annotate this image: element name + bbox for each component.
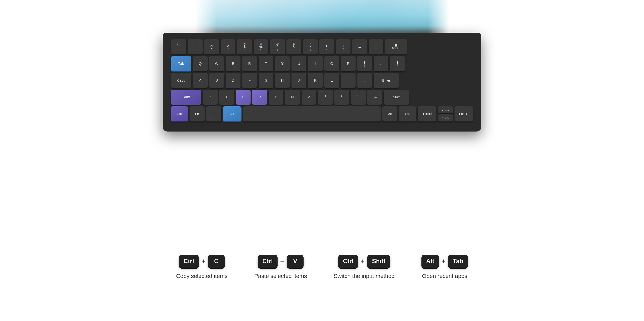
key-2[interactable]: ✶ @ 2 [204,39,219,54]
key-g[interactable]: G [258,73,273,88]
key-period[interactable]: > . [334,90,349,105]
shortcut-recent-apps: Alt + Tab Open recent apps [422,255,468,279]
key-ctrl-left[interactable]: Ctrl [171,106,188,121]
keyboard: Esc ~ ✶ ! 1 ✶ @ 2 # 3 🔇 $ 4 🔉 % 5 🔊 [163,33,481,131]
key-6[interactable]: 🔊 ^ 6 [270,39,285,54]
shortcut-copy-keys: Ctrl + C [179,255,225,268]
switch-input-label: Switch the input method [334,273,394,279]
key-0[interactable]: ) 0 [336,39,350,54]
key-pgdn[interactable]: ▼ PgDn [438,114,453,121]
shortcut-v-key: V [287,255,304,268]
key-minus[interactable]: _ − [352,39,367,54]
shortcut-paste: Ctrl + V Paste selected items [254,255,307,279]
tablet-screen-top [163,0,481,37]
shortcut-recent-keys: Alt + Tab [422,255,468,268]
shortcut-switch-keys: Ctrl + Shift [338,255,390,268]
key-y[interactable]: Y [275,56,290,71]
key-esc[interactable]: Esc ~ [171,39,186,54]
paste-label: Paste selected items [254,273,307,279]
key-shift-left[interactable]: Shift [171,90,201,105]
key-i[interactable]: I [308,56,323,71]
left-pillar [163,0,216,37]
key-quote[interactable]: " ' [357,73,372,88]
key-k[interactable]: K [308,73,323,88]
key-shift-right[interactable]: Shift [384,90,409,105]
keyboard-row-1: Esc ~ ✶ ! 1 ✶ @ 2 # 3 🔇 $ 4 🔉 % 5 🔊 [171,39,473,54]
keyboard-row-5: Ctrl Fn ⊞ Alt Alt Ctrl ◄ Home ▲ PgUp [171,106,473,121]
key-v[interactable]: V [252,90,267,105]
key-ctrl-right[interactable]: Ctrl [399,106,416,121]
shortcuts-section: Ctrl + C Copy selected items Ctrl + V Pa… [0,255,644,279]
key-h[interactable]: H [275,73,290,88]
shortcut-shift-key: Shift [367,255,390,268]
key-p[interactable]: P [341,56,356,71]
key-o[interactable]: O [324,56,339,71]
key-w[interactable]: W [209,56,224,71]
key-fn2[interactable]: ((·)) [367,90,382,105]
plus-sign-1: + [202,258,205,265]
copy-label: Copy selected items [176,273,228,279]
keyboard-row-3: Caps A S D F G H J K L : ; " ' Enter [171,73,473,88]
key-a[interactable]: A [193,73,208,88]
keyboard-row-4: Shift Z X C V B N M < , > . ? / ((·)) Sh… [171,90,473,105]
shortcut-switch-input: Ctrl + Shift Switch the input method [334,255,394,279]
key-semicolon[interactable]: : ; [341,73,356,88]
key-comma[interactable]: < , [318,90,333,105]
key-bracket-left[interactable]: { [ [357,56,372,71]
shortcut-paste-keys: Ctrl + V [258,255,304,268]
recent-apps-label: Open recent apps [422,273,467,279]
key-b[interactable]: B [269,90,284,105]
key-4[interactable]: 🔇 $ 4 [237,39,252,54]
key-alt-right[interactable]: Alt [382,106,398,121]
key-m[interactable]: M [302,90,316,105]
key-f[interactable]: F [242,73,257,88]
shortcut-tab-key: Tab [448,255,468,268]
key-windows[interactable]: ⊞ [206,106,221,121]
key-space[interactable] [243,106,381,121]
plus-sign-3: + [361,258,364,265]
key-enter[interactable]: Enter [374,73,399,88]
pgupdown-cluster: ▲ PgUp ▼ PgDn [438,106,453,121]
key-home[interactable]: ◄ Home [418,106,436,121]
shortcut-c-key: C [208,255,225,268]
shortcut-alt-key: Alt [422,255,439,268]
key-delete[interactable]: ⬜ Del ⌫ [385,39,407,54]
key-d[interactable]: D [226,73,240,88]
shortcut-ctrl-key-3: Ctrl [338,255,358,268]
plus-sign-2: + [280,258,284,265]
key-3[interactable]: # 3 [221,39,236,54]
key-x[interactable]: X [219,90,234,105]
key-t[interactable]: T [258,56,273,71]
key-alt-left[interactable]: Alt [223,106,242,121]
key-r[interactable]: R [242,56,257,71]
keyboard-row-2: Tab Q W E R T Y U I O P { [ } ] | \ [171,56,473,71]
key-bracket-right[interactable]: } ] [374,56,388,71]
key-equals[interactable]: + = [368,39,384,54]
key-1[interactable]: ✶ ! 1 [188,39,202,54]
right-pillar [428,0,481,37]
key-5[interactable]: 🔉 % 5 [254,39,268,54]
key-end[interactable]: End ► [454,106,473,121]
key-e[interactable]: E [226,56,240,71]
key-z[interactable]: Z [203,90,218,105]
key-tab[interactable]: Tab [171,56,191,71]
key-capslock[interactable]: Caps [171,73,191,88]
shortcut-copy: Ctrl + C Copy selected items [176,255,228,279]
key-pgup[interactable]: ▲ PgUp [438,106,453,113]
key-c[interactable]: C [236,90,250,105]
plus-sign-4: + [442,258,446,265]
key-9[interactable]: ( 9 [319,39,334,54]
key-l[interactable]: L [324,73,339,88]
key-q[interactable]: Q [193,56,208,71]
shortcut-ctrl-key-2: Ctrl [258,255,278,268]
key-7[interactable]: 🔒 & 7 [286,39,301,54]
key-j[interactable]: J [292,73,306,88]
key-s[interactable]: S [209,73,224,88]
shortcut-ctrl-key: Ctrl [179,255,199,268]
key-u[interactable]: U [292,56,306,71]
key-backslash[interactable]: | \ [390,56,405,71]
key-n[interactable]: N [285,90,300,105]
key-slash[interactable]: ? / [351,90,366,105]
key-fn[interactable]: Fn [190,106,204,121]
key-8[interactable]: ✱ * 8 [303,39,318,54]
